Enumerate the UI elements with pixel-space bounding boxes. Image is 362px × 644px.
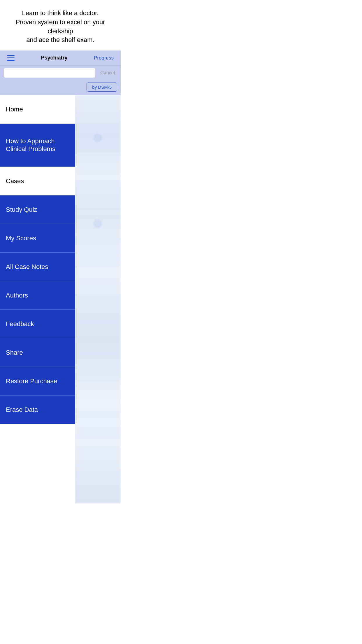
menu-item-restore-purchase[interactable]: Restore Purchase: [0, 367, 75, 396]
menu-item-cases[interactable]: Cases: [0, 167, 75, 195]
menu-item-how-to-approach-label: How to ApproachClinical Problems: [6, 137, 55, 153]
blurred-row-9: [75, 324, 121, 352]
main-layout: Home How to ApproachClinical Problems Ca…: [0, 95, 121, 503]
dsm-toggle-row: by DSM-5: [0, 80, 121, 95]
menu-item-authors[interactable]: Authors: [0, 281, 75, 310]
menu-item-how-to-approach[interactable]: How to ApproachClinical Problems: [0, 124, 75, 167]
menu-item-home[interactable]: Home: [0, 95, 75, 124]
hamburger-menu-button[interactable]: [5, 53, 17, 63]
progress-button[interactable]: Progress: [92, 53, 116, 63]
hamburger-line-2: [7, 57, 15, 58]
hero-line2: Proven system to excel on your clerkship: [16, 18, 105, 35]
blurred-row-8: [75, 295, 121, 324]
menu-item-share[interactable]: Share: [0, 338, 75, 367]
blurred-row-12: [75, 410, 121, 438]
search-input[interactable]: [3, 68, 96, 78]
search-row: Cancel: [0, 66, 121, 80]
dsm5-toggle-button[interactable]: by DSM-5: [87, 83, 117, 92]
menu-item-authors-label: Authors: [6, 292, 28, 299]
menu-item-erase-data[interactable]: Erase Data: [0, 396, 75, 424]
menu-item-erase-data-label: Erase Data: [6, 406, 38, 414]
blurred-dot-1: [93, 134, 102, 142]
hamburger-line-3: [7, 60, 15, 61]
hero-line3: and ace the shelf exam.: [26, 36, 94, 43]
menu-item-study-quiz-label: Study Quiz: [6, 206, 37, 214]
blurred-row-7: [75, 267, 121, 295]
navbar: Psychiatry Progress: [0, 50, 121, 66]
blurred-row-1: [75, 95, 121, 124]
hamburger-line-1: [7, 55, 15, 56]
menu-item-all-case-notes[interactable]: All Case Notes: [0, 253, 75, 281]
blurred-row-2: [75, 124, 121, 152]
menu-item-share-label: Share: [6, 349, 23, 356]
menu-item-restore-purchase-label: Restore Purchase: [6, 377, 57, 385]
blurred-dot-2: [93, 219, 102, 228]
blurred-row-4: [75, 181, 121, 209]
menu-panel: Home How to ApproachClinical Problems Ca…: [0, 95, 75, 503]
menu-item-feedback[interactable]: Feedback: [0, 310, 75, 338]
blurred-background: [75, 95, 121, 503]
content-panel: [75, 95, 121, 503]
menu-item-study-quiz[interactable]: Study Quiz: [0, 195, 75, 224]
menu-item-cases-label: Cases: [6, 177, 24, 185]
menu-item-all-case-notes-label: All Case Notes: [6, 263, 48, 271]
menu-item-my-scores-label: My Scores: [6, 235, 36, 242]
blurred-row-11: [75, 381, 121, 410]
cancel-button[interactable]: Cancel: [98, 69, 117, 77]
menu-item-feedback-label: Feedback: [6, 320, 34, 328]
menu-item-home-label: Home: [6, 106, 23, 113]
hero-line1: Learn to think like a doctor.: [22, 9, 99, 17]
blurred-row-6: [75, 238, 121, 267]
menu-item-my-scores[interactable]: My Scores: [0, 224, 75, 253]
hero-section: Learn to think like a doctor. Proven sys…: [0, 0, 121, 50]
navbar-title: Psychiatry: [17, 55, 92, 61]
blurred-row-3: [75, 152, 121, 181]
blurred-row-5: [75, 209, 121, 238]
blurred-row-10: [75, 352, 121, 381]
